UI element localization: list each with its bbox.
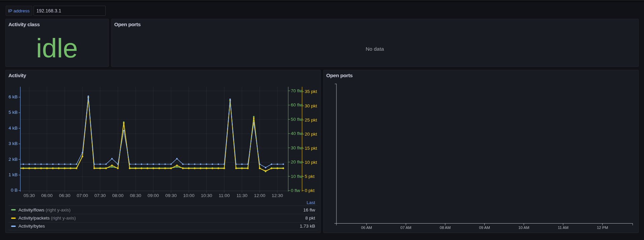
svg-text:06:00: 06:00 [41, 193, 53, 198]
svg-text:07:30: 07:30 [95, 193, 106, 198]
svg-text:60 flw: 60 flw [291, 102, 303, 107]
svg-text:40 flw: 40 flw [291, 131, 303, 136]
svg-text:08 AM: 08 AM [439, 225, 450, 229]
svg-text:2 kB: 2 kB [8, 156, 17, 161]
svg-text:5 pkt: 5 pkt [305, 174, 315, 179]
svg-text:12:30: 12:30 [272, 193, 283, 198]
svg-text:10:00: 10:00 [183, 193, 195, 198]
svg-text:4 kB: 4 kB [8, 125, 17, 130]
svg-text:15 pkt: 15 pkt [305, 145, 317, 150]
svg-text:10 AM: 10 AM [518, 225, 529, 229]
svg-text:11:00: 11:00 [219, 193, 230, 198]
svg-text:05:30: 05:30 [23, 193, 35, 198]
svg-text:70 flw: 70 flw [291, 88, 303, 93]
svg-text:30 flw: 30 flw [291, 145, 303, 150]
svg-text:07 AM: 07 AM [400, 225, 411, 229]
svg-text:11 AM: 11 AM [558, 225, 569, 229]
svg-text:0 pkt: 0 pkt [305, 188, 315, 193]
svg-text:1 kB: 1 kB [8, 172, 17, 177]
svg-text:08:00: 08:00 [112, 193, 124, 198]
svg-text:10:30: 10:30 [201, 193, 212, 198]
svg-text:10 pkt: 10 pkt [305, 159, 317, 164]
svg-text:12 PM: 12 PM [597, 225, 608, 229]
svg-text:08:30: 08:30 [130, 193, 141, 198]
svg-text:30 pkt: 30 pkt [305, 103, 317, 108]
svg-text:06 AM: 06 AM [361, 225, 372, 229]
svg-text:20 pkt: 20 pkt [305, 131, 317, 136]
svg-text:06:30: 06:30 [59, 193, 70, 198]
svg-text:0 B: 0 B [11, 188, 17, 193]
svg-text:50 flw: 50 flw [291, 116, 303, 122]
svg-text:09:30: 09:30 [165, 193, 177, 198]
svg-text:3 kB: 3 kB [8, 141, 17, 146]
svg-text:0 flw: 0 flw [291, 188, 300, 193]
svg-text:12:00: 12:00 [254, 193, 265, 198]
svg-text:5 kB: 5 kB [8, 110, 17, 115]
svg-text:09 AM: 09 AM [479, 225, 490, 229]
svg-text:09:00: 09:00 [148, 193, 159, 198]
svg-text:07:00: 07:00 [77, 193, 88, 198]
svg-text:6 kB: 6 kB [8, 94, 17, 99]
svg-text:20 flw: 20 flw [291, 159, 303, 164]
svg-text:35 pkt: 35 pkt [305, 89, 317, 94]
svg-text:10 flw: 10 flw [291, 174, 303, 179]
svg-text:11:30: 11:30 [236, 193, 248, 198]
svg-text:25 pkt: 25 pkt [305, 117, 317, 122]
